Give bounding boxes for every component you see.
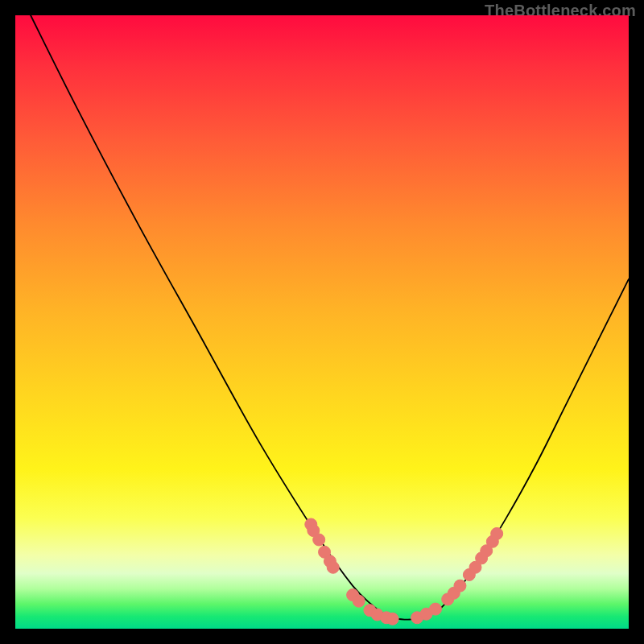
marker-cluster-right	[411, 527, 503, 623]
marker-dot	[454, 580, 466, 592]
curve-line	[31, 15, 629, 620]
marker-dot	[429, 603, 441, 615]
plot-area	[15, 15, 629, 629]
chart-stage: TheBottleneck.com	[0, 0, 644, 644]
chart-svg	[15, 15, 629, 629]
marker-cluster-left	[305, 518, 398, 625]
marker-dot	[313, 534, 325, 546]
marker-dot	[353, 595, 365, 607]
marker-dot	[386, 613, 398, 625]
marker-dot	[491, 527, 503, 539]
marker-dot	[327, 561, 339, 573]
